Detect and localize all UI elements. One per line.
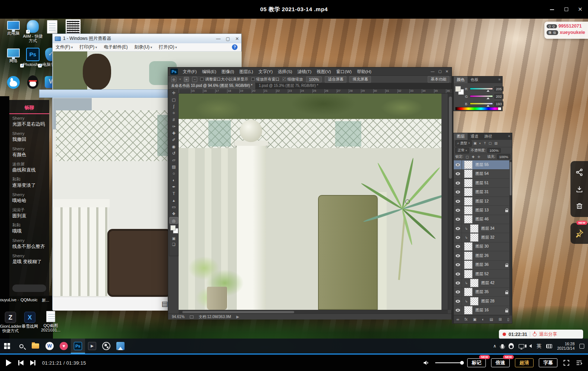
resize-windows-checkbox[interactable]: 调整窗口大小以满屏显示	[200, 77, 248, 82]
taskbar-photoshop[interactable]: Ps	[71, 339, 85, 353]
link-layers-icon[interactable]: ∞	[456, 317, 459, 321]
layer-row[interactable]: 图层 16	[454, 306, 512, 315]
visibility-toggle[interactable]	[454, 261, 462, 269]
previous-button[interactable]	[18, 360, 23, 365]
shape-tool[interactable]: ▭	[169, 204, 178, 210]
ps-menu-7[interactable]: 视图(V)	[314, 67, 333, 76]
ps-minimize-button[interactable]: —	[431, 69, 434, 73]
visibility-toggle[interactable]	[454, 170, 462, 178]
volume-knob[interactable]	[460, 361, 464, 365]
new-layer-icon[interactable]: ⊞	[499, 317, 501, 321]
visibility-toggle[interactable]	[454, 215, 462, 224]
layer-effects-icon[interactable]: fx	[465, 317, 468, 321]
volume-icon[interactable]	[422, 359, 430, 367]
channel-slider[interactable]	[470, 88, 493, 90]
microphone-icon[interactable]	[501, 344, 504, 348]
eyedropper-tool[interactable]: ✑	[169, 123, 178, 130]
pin-action-button[interactable]: NEW	[570, 223, 588, 244]
visibility-toggle[interactable]	[454, 224, 462, 233]
gradient-tool[interactable]: ▨	[169, 163, 178, 170]
ps-menu-9[interactable]: 帮助(H)	[354, 67, 374, 76]
crop-tool[interactable]: #	[169, 116, 178, 123]
zoom-tool-icon[interactable]: ◎	[171, 77, 176, 82]
layers-panel-tab-0[interactable]: 图层	[454, 133, 468, 140]
lock-position-icon[interactable]: ✛	[477, 155, 481, 159]
share-icon[interactable]	[575, 168, 584, 176]
tile-view-icon[interactable]: ▤	[161, 300, 168, 308]
scrollbar-thumb[interactable]	[510, 162, 512, 195]
pv-menu-0[interactable]: 文件(F) ▾	[56, 44, 73, 50]
next-button[interactable]	[30, 360, 35, 365]
chat-input[interactable]	[12, 284, 46, 292]
delete-layer-icon[interactable]: ▯	[507, 317, 509, 321]
channel-slider[interactable]	[470, 95, 493, 97]
layers-panel-tab-1[interactable]: 通道	[468, 133, 481, 140]
pv-close-button[interactable]: ✕	[235, 36, 239, 41]
color-panel-tab-0[interactable]: 颜色	[454, 76, 468, 83]
layer-row[interactable]: 图层 13	[454, 206, 512, 215]
player-minimize-button[interactable]	[548, 6, 556, 13]
tray-expand-icon[interactable]: ∧	[493, 343, 496, 349]
subtitle-button[interactable]: 字幕	[539, 358, 557, 367]
visibility-toggle[interactable]	[454, 179, 462, 187]
layer-mask-icon[interactable]: ▣	[473, 317, 476, 321]
layers-scrollbar[interactable]	[509, 160, 512, 315]
player-maximize-button[interactable]	[562, 6, 570, 13]
pen-tool[interactable]: ✒	[169, 183, 178, 190]
visibility-toggle[interactable]	[454, 242, 462, 251]
taskbar-obs[interactable]	[99, 339, 113, 353]
ps-menu-4[interactable]: 文字(Y)	[256, 67, 275, 76]
canvas-horizontal-scrollbar[interactable]	[179, 310, 448, 314]
visibility-toggle[interactable]	[454, 197, 462, 205]
layer-row[interactable]: 图层 12	[454, 197, 512, 206]
layer-row[interactable]: 图层 54	[454, 170, 512, 179]
zoom-in-icon[interactable]: ＋	[184, 77, 189, 82]
taskbar-w-app[interactable]: W	[43, 339, 57, 353]
ps-menu-6[interactable]: 滤镜(T)	[295, 67, 314, 76]
action-center-icon[interactable]	[579, 344, 584, 349]
layer-row[interactable]: 图层 26	[454, 251, 512, 260]
brush-tool[interactable]: ✐	[169, 136, 178, 143]
touch-keyboard-icon[interactable]	[546, 344, 552, 348]
eraser-tool[interactable]: ▱	[169, 157, 178, 163]
play-button[interactable]	[6, 359, 12, 366]
help-icon[interactable]: ?	[232, 44, 238, 50]
filter-pixel-icon[interactable]: ▣	[473, 141, 478, 145]
speed-button[interactable]: 倍速NEW	[491, 358, 510, 367]
tray-clock[interactable]: 16:28 2021/3/14	[557, 342, 575, 350]
taskbar-file-explorer[interactable]	[28, 339, 43, 353]
layer-row[interactable]: ↳图层 28	[454, 297, 512, 306]
workspace-switcher[interactable]: 基本功能	[428, 76, 449, 83]
opacity-value[interactable]: 100%	[487, 148, 501, 153]
status-expand-icon[interactable]: ▶	[236, 315, 239, 319]
taskbar-heart-app[interactable]: ♥	[57, 339, 71, 353]
mark-button[interactable]: 标记NEW	[467, 358, 486, 367]
desktop-icon-ladder[interactable]: Z GionLadder 快捷方式	[0, 312, 21, 333]
foreground-color-swatch[interactable]	[455, 86, 461, 92]
desktop-icon-document[interactable]	[40, 20, 64, 34]
filter-type-icon[interactable]: T	[483, 141, 487, 145]
slider-thumb[interactable]	[487, 90, 490, 92]
ps-menu-3[interactable]: 图层(L)	[237, 67, 256, 76]
zoom-all-windows-checkbox[interactable]: 缩放所有窗口	[251, 77, 280, 82]
layer-row[interactable]: 图层 52	[454, 270, 512, 279]
healing-brush-tool[interactable]: ✚	[169, 130, 178, 136]
blend-mode-dropdown[interactable]: 正常 ▾	[455, 148, 469, 153]
slider-thumb[interactable]	[487, 105, 490, 107]
adjustment-layer-icon[interactable]: ◐	[482, 317, 484, 321]
ps-menu-2[interactable]: 图像(I)	[219, 67, 237, 76]
layer-filter-dropdown[interactable]: ⌕类型▾	[455, 140, 472, 147]
pv-menu-2[interactable]: 电子邮件(E)	[104, 44, 128, 50]
photo-viewer-titlebar[interactable]: 1 - Windows 照片查看器 — ▢ ✕	[53, 34, 241, 43]
taskbar-media-app[interactable]: ▶	[85, 339, 99, 353]
visibility-toggle[interactable]	[454, 206, 462, 214]
layer-row[interactable]: 图层 30	[454, 242, 512, 251]
desktop-icon-battlenet[interactable]: X 暴雪战网	[19, 312, 40, 328]
ps-maximize-button[interactable]: ▢	[438, 69, 441, 73]
desktop-label-qqmusic[interactable]: QQMusic	[21, 298, 38, 302]
lasso-tool[interactable]: ʃ	[169, 103, 178, 110]
chat-header[interactable]: 畅聊	[9, 100, 49, 111]
scrollbar-thumb[interactable]	[182, 311, 294, 313]
desktop-icon-screenshot-file[interactable]: QQ截图 2021031...	[40, 311, 62, 332]
visibility-toggle[interactable]	[454, 233, 462, 242]
